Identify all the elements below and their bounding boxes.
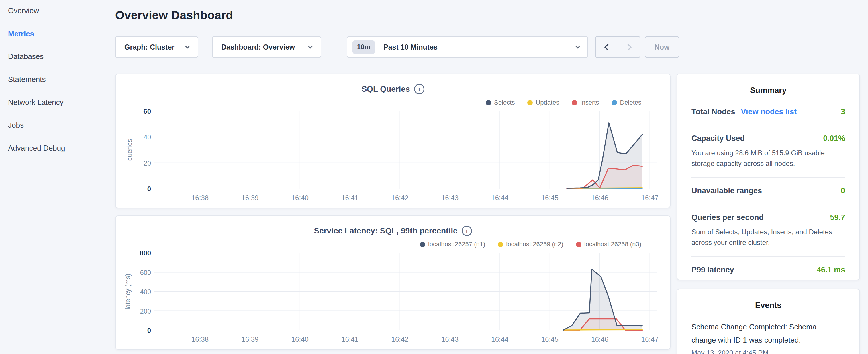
overview-dashboard-page: { "sidebar": { "items": [ { "label": "Ov… — [0, 0, 868, 354]
x-tick-label: 16:40 — [291, 335, 309, 343]
summary-row-queries-per-second: Queries per second 59.7 Sum of Selects, … — [691, 204, 845, 257]
sidebar-item-databases[interactable]: Databases — [8, 50, 43, 63]
summary-row-capacity-used: Capacity Used 0.01% You are using 28.6 M… — [691, 125, 845, 178]
x-tick-label: 16:40 — [291, 194, 309, 202]
x-tick-label: 16:43 — [441, 335, 459, 343]
legend-item[interactable]: localhost:26259 (n2) — [498, 240, 563, 248]
x-tick-label: 16:44 — [491, 335, 508, 343]
y-tick-label: 0 — [147, 185, 151, 193]
summary-description: You are using 28.6 MiB of 515.9 GiB usab… — [691, 148, 845, 169]
y-tick-label: 400 — [140, 288, 151, 296]
summary-value: 59.7 — [830, 213, 845, 222]
info-icon[interactable]: i — [414, 84, 425, 94]
summary-label: Capacity Used — [691, 134, 745, 143]
x-tick-label: 16:42 — [392, 194, 409, 202]
summary-body: Total Nodes View nodes list 3 Capacity U… — [677, 95, 859, 283]
events-panel: Events Schema Change Completed: Schema c… — [677, 289, 860, 354]
legend-label: Deletes — [620, 99, 641, 106]
x-tick-label: 16:45 — [541, 335, 559, 343]
summary-value: 3 — [841, 107, 845, 116]
legend-dot-icon — [612, 100, 617, 105]
event-timestamp: May 13, 2020 at 4:45 PM — [691, 349, 845, 354]
sidebar-item-overview[interactable]: Overview — [8, 4, 39, 17]
time-prev-button[interactable] — [596, 37, 618, 57]
summary-row-unavailable-ranges: Unavailable ranges 0 — [691, 178, 845, 204]
view-nodes-list-link[interactable]: View nodes list — [741, 107, 797, 116]
time-range-label: Past 10 Minutes — [383, 43, 576, 51]
chevron-down-icon — [576, 43, 580, 49]
summary-title: Summary — [677, 74, 859, 95]
legend-item[interactable]: Updates — [527, 99, 559, 106]
page-title: Overview Dashboard — [115, 9, 233, 22]
legend-item[interactable]: Selects — [486, 99, 515, 106]
y-tick-label: 20 — [144, 160, 151, 167]
y-axis-label: latency (ms) — [124, 273, 131, 309]
x-tick-label: 16:46 — [591, 194, 608, 202]
legend-dot-icon — [576, 242, 582, 247]
legend-dot-icon — [527, 100, 533, 105]
legend-item[interactable]: localhost:26257 (n1) — [420, 240, 485, 248]
event-item[interactable]: Schema Change Completed: Schema change w… — [677, 310, 859, 354]
summary-value: 0 — [841, 187, 845, 195]
x-tick-label: 16:47 — [641, 335, 658, 343]
graph-dropdown-label: Graph: Cluster — [124, 43, 175, 51]
legend-label: Updates — [535, 99, 559, 106]
chart-legend: localhost:26257 (n1)localhost:26259 (n2)… — [420, 240, 641, 248]
sidebar-item-network-latency[interactable]: Network Latency — [8, 96, 64, 108]
summary-label: Total Nodes — [691, 107, 735, 116]
y-tick-label: 600 — [140, 269, 151, 277]
sidebar-item-statements[interactable]: Statements — [8, 73, 46, 86]
events-title: Events — [677, 289, 859, 310]
sidebar-item-jobs[interactable]: Jobs — [8, 119, 24, 131]
x-tick-label: 16:44 — [491, 194, 508, 202]
summary-description: Sum of Selects, Updates, Inserts, and De… — [691, 227, 845, 248]
legend-label: Selects — [494, 99, 515, 106]
chevron-right-icon — [625, 43, 631, 51]
x-tick-label: 16:41 — [341, 194, 359, 202]
y-tick-label: 200 — [140, 308, 151, 315]
now-button[interactable]: Now — [645, 36, 679, 58]
dashboard-dropdown-label: Dashboard: Overview — [221, 43, 295, 51]
y-tick-label: 800 — [140, 249, 151, 257]
legend-dot-icon — [420, 242, 425, 247]
x-tick-label: 16:39 — [241, 335, 258, 343]
legend-label: localhost:26259 (n2) — [506, 240, 563, 248]
legend-item[interactable]: Inserts — [572, 99, 599, 106]
x-tick-label: 16:41 — [341, 335, 359, 343]
sidebar-item-metrics[interactable]: Metrics — [8, 28, 34, 40]
legend-label: localhost:26257 (n1) — [428, 240, 485, 248]
sidebar-item-advanced-debug[interactable]: Advanced Debug — [8, 142, 65, 154]
summary-label: P99 latency — [691, 265, 734, 275]
x-tick-label: 16:47 — [641, 194, 658, 202]
summary-row-total-nodes: Total Nodes View nodes list 3 — [691, 99, 845, 125]
dashboard-dropdown[interactable]: Dashboard: Overview — [212, 36, 321, 58]
legend-dot-icon — [486, 100, 491, 105]
legend-item[interactable]: Deletes — [612, 99, 641, 106]
time-range-badge: 10m — [352, 40, 375, 54]
time-next-button[interactable] — [618, 37, 640, 57]
toolbar-divider — [336, 39, 336, 55]
y-tick-label: 60 — [143, 107, 151, 115]
x-tick-label: 16:46 — [591, 335, 608, 343]
summary-panel: Summary Total Nodes View nodes list 3 Ca… — [677, 74, 860, 280]
legend-dot-icon — [572, 100, 577, 105]
y-axis-label: queries — [126, 139, 133, 161]
graph-dropdown[interactable]: Graph: Cluster — [115, 36, 198, 58]
chevron-left-icon — [604, 43, 611, 51]
info-icon[interactable]: i — [462, 226, 472, 236]
event-message: Schema Change Completed: Schema change w… — [691, 320, 823, 347]
chevron-down-icon — [308, 43, 313, 49]
y-tick-label: 40 — [144, 133, 151, 141]
service-latency-chart-card: 020040060080016:3816:3916:4016:4116:4216… — [115, 215, 671, 350]
chart-legend: SelectsUpdatesInsertsDeletes — [486, 99, 641, 106]
x-tick-label: 16:43 — [441, 194, 459, 202]
x-tick-label: 16:38 — [191, 194, 209, 202]
x-tick-label: 16:39 — [241, 194, 258, 202]
summary-label: Unavailable ranges — [691, 187, 762, 195]
legend-item[interactable]: localhost:26258 (n3) — [576, 240, 641, 248]
series-line — [563, 330, 642, 330]
time-pager — [595, 36, 641, 58]
legend-label: Inserts — [580, 99, 599, 106]
legend-label: localhost:26258 (n3) — [584, 240, 641, 248]
time-range-selector[interactable]: 10m Past 10 Minutes — [347, 36, 588, 58]
